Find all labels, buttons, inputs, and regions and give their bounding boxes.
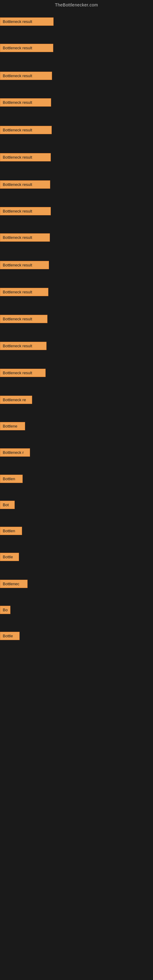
bottleneck-result-item[interactable]: Bottleneck result xyxy=(0,233,50,242)
bottleneck-result-item[interactable]: Bottleneck result xyxy=(0,126,52,134)
bottleneck-result-item[interactable]: Bottleneck result xyxy=(0,315,48,323)
bottleneck-result-item[interactable]: Bottlen xyxy=(0,527,22,535)
bottleneck-result-item[interactable]: Bottlene xyxy=(0,422,25,430)
bottleneck-result-item[interactable]: Bottleneck result xyxy=(0,153,51,161)
bottleneck-result-item[interactable]: Bottleneck result xyxy=(0,288,48,296)
bottleneck-result-item[interactable]: Bottle xyxy=(0,553,19,561)
bottleneck-result-item[interactable]: Bottleneck result xyxy=(0,18,54,26)
bottleneck-result-item[interactable]: Bo xyxy=(0,606,10,614)
bottleneck-result-item[interactable]: Bottleneck result xyxy=(0,44,53,52)
bottleneck-result-item[interactable]: Bottleneck result xyxy=(0,207,51,215)
bottleneck-result-item[interactable]: Bottlen xyxy=(0,475,22,483)
bottleneck-result-item[interactable]: Bottleneck re xyxy=(0,396,32,404)
site-title: TheBottlenecker.com xyxy=(0,0,153,9)
bottleneck-result-item[interactable]: Bottleneck result xyxy=(0,261,49,269)
bottleneck-result-item[interactable]: Bottleneck result xyxy=(0,72,52,80)
bottleneck-result-item[interactable]: Bottleneck result xyxy=(0,180,50,189)
bottleneck-result-item[interactable]: Bottleneck result xyxy=(0,342,46,350)
bottleneck-result-item[interactable]: Bottlenec xyxy=(0,580,27,588)
bottleneck-result-item[interactable]: Bottle xyxy=(0,632,19,640)
bottleneck-result-item[interactable]: Bot xyxy=(0,501,15,509)
bottleneck-result-item[interactable]: Bottleneck r xyxy=(0,449,30,457)
bottleneck-result-item[interactable]: Bottleneck result xyxy=(0,369,46,377)
bottleneck-result-item[interactable]: Bottleneck result xyxy=(0,98,51,107)
